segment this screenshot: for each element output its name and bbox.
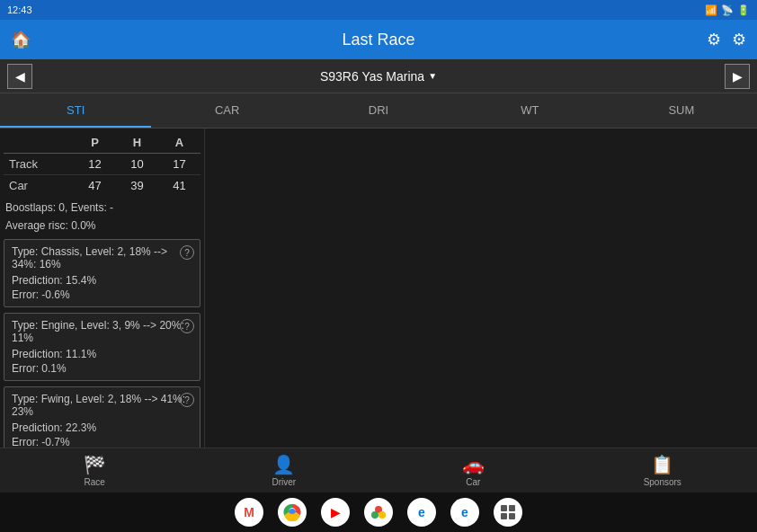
right-panel [205, 129, 757, 448]
engine-help-icon[interactable]: ? [180, 319, 194, 333]
chassis-card-title: Type: Chassis, Level: 2, 18% --> 34%: 16… [12, 245, 192, 270]
svg-rect-7 [501, 513, 507, 519]
main-content: P H A Track 12 10 17 Car 47 39 41 Boostl… [0, 129, 757, 448]
next-button[interactable]: ▶ [725, 64, 750, 89]
driver-icon: 👤 [272, 454, 295, 475]
fwing-card: ? Type: Fwing, Level: 2, 18% --> 41%: 23… [4, 386, 200, 448]
edge-icon[interactable]: e [407, 498, 436, 527]
left-panel: P H A Track 12 10 17 Car 47 39 41 Boostl… [0, 129, 205, 448]
youtube-icon[interactable]: ▶ [321, 498, 350, 527]
wifi-icon: 📶 [705, 4, 717, 16]
session-selector[interactable]: S93R6 Yas Marina ▼ [320, 69, 437, 84]
page-title: Last Race [342, 31, 414, 49]
bottom-nav: 🏁 Race 👤 Driver 🚗 Car 📋 Sponsors [0, 448, 757, 492]
time: 12:43 [7, 4, 32, 15]
fwing-error: Error: -0.7% [12, 436, 192, 448]
sponsors-label: Sponsors [644, 477, 681, 487]
settings-icon-2[interactable]: ⚙ [732, 30, 746, 49]
chassis-help-icon[interactable]: ? [180, 245, 194, 260]
col-header-a: A [158, 132, 200, 154]
signal-icon: 📡 [721, 4, 734, 16]
average-risc: Average risc: 0.0% [4, 217, 200, 234]
battery-icon: 🔋 [737, 4, 750, 16]
car-icon: 🚗 [462, 454, 485, 475]
tab-sti[interactable]: STI [0, 93, 151, 128]
nav-race[interactable]: 🏁 Race [0, 448, 190, 492]
stats-table: P H A Track 12 10 17 Car 47 39 41 [4, 132, 200, 196]
fwing-help-icon[interactable]: ? [180, 393, 194, 407]
tab-wt[interactable]: WT [454, 93, 605, 128]
svg-point-4 [371, 511, 378, 519]
prev-icon: ◀ [15, 69, 25, 84]
fwing-prediction: Prediction: 22.3% [12, 421, 192, 434]
driver-label: Driver [272, 477, 296, 487]
dropdown-icon: ▼ [428, 71, 437, 81]
engine-error: Error: 0.1% [12, 362, 192, 375]
tab-dri[interactable]: DRI [303, 93, 454, 128]
app-bar: 🏠 Last Race ⚙ ⚙ [0, 20, 757, 59]
svg-rect-5 [501, 505, 507, 511]
col-header-p: P [74, 132, 116, 154]
car-a: 41 [158, 175, 200, 197]
next-icon: ▶ [733, 69, 743, 84]
android-bar: M ▶ e e [0, 492, 757, 532]
photos-icon[interactable] [364, 498, 393, 527]
engine-card: ? Type: Engine, Level: 3, 9% --> 20%: 11… [4, 313, 200, 381]
nav-car[interactable]: 🚗 Car [378, 448, 568, 492]
chassis-card: ? Type: Chassis, Level: 2, 18% --> 34%: … [4, 239, 200, 307]
race-icon: 🏁 [84, 454, 106, 475]
nav-sponsors[interactable]: 📋 Sponsors [568, 448, 758, 492]
car-p: 47 [74, 175, 116, 197]
track-h: 10 [116, 154, 158, 175]
settings-icon-1[interactable]: ⚙ [707, 30, 721, 49]
status-bar: 12:43 📶 📡 🔋 [0, 0, 757, 20]
table-row: Car 47 39 41 [4, 175, 200, 197]
row-label-car: Car [4, 175, 74, 197]
car-label: Car [466, 477, 480, 487]
chassis-error: Error: -0.6% [12, 288, 192, 301]
chassis-prediction: Prediction: 15.4% [12, 274, 192, 287]
tab-sum[interactable]: SUM [606, 93, 757, 128]
nav-driver[interactable]: 👤 Driver [190, 448, 379, 492]
fwing-card-title: Type: Fwing, Level: 2, 18% --> 41%: 23% [12, 393, 192, 418]
nav-row: ◀ S93R6 Yas Marina ▼ ▶ [0, 59, 757, 93]
status-icons: 📶 📡 🔋 [705, 4, 750, 16]
gmail-icon[interactable]: M [235, 498, 263, 527]
edge2-icon[interactable]: e [450, 498, 479, 527]
col-header-label [4, 132, 74, 154]
race-label: Race [85, 477, 105, 487]
session-label: S93R6 Yas Marina [320, 69, 424, 84]
svg-rect-8 [509, 513, 515, 519]
home-icon[interactable]: 🏠 [11, 30, 31, 49]
prev-button[interactable]: ◀ [7, 64, 32, 89]
engine-card-title: Type: Engine, Level: 3, 9% --> 20%: 11% [12, 319, 192, 344]
car-h: 39 [116, 175, 158, 197]
svg-point-3 [378, 511, 386, 519]
row-label-track: Track [4, 154, 74, 175]
svg-rect-6 [509, 505, 515, 511]
boost-info: Boostlaps: 0, Events: - [4, 200, 200, 216]
tabs: STI CAR DRI WT SUM [0, 93, 757, 129]
track-p: 12 [74, 154, 116, 175]
track-a: 17 [158, 154, 200, 175]
table-row: Track 12 10 17 [4, 154, 200, 175]
grid-icon[interactable] [494, 498, 522, 527]
app-bar-actions: ⚙ ⚙ [707, 30, 746, 49]
sponsors-icon: 📋 [651, 454, 673, 475]
chrome-icon[interactable] [278, 498, 307, 527]
col-header-h: H [116, 132, 158, 154]
engine-prediction: Prediction: 11.1% [12, 348, 192, 360]
tab-car[interactable]: CAR [151, 93, 302, 128]
